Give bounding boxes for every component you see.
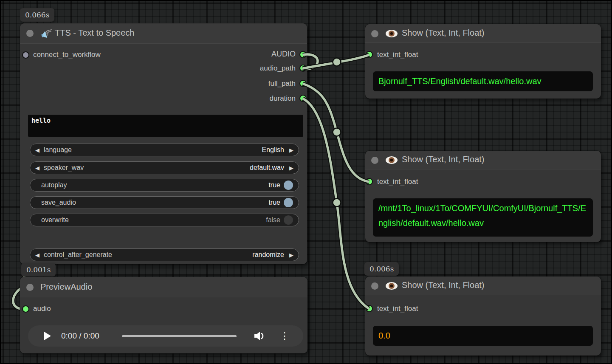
- input-port-audio[interactable]: [23, 306, 28, 312]
- widget-overwrite-toggle[interactable]: overwrite false: [30, 214, 299, 226]
- node-show-audio-path[interactable]: Show (Text, Int, Float) text_int_float B…: [365, 24, 601, 99]
- output-port-audio-path[interactable]: [300, 65, 306, 71]
- node-show-duration[interactable]: Show (Text, Int, Float) text_int_float 0…: [365, 277, 601, 356]
- execution-time-text: 0.006s: [369, 265, 394, 273]
- widget-label: autoplay: [41, 181, 67, 189]
- output-label-duration: duration: [270, 94, 296, 103]
- node-graph-canvas[interactable]: 0.066s TTS - Text to Speech connect_to_w…: [0, 0, 612, 364]
- node-title: TTS - Text to Speech: [55, 28, 135, 38]
- volume-icon[interactable]: [254, 331, 266, 341]
- collapse-dot[interactable]: [371, 30, 378, 37]
- value-display-full-path: /mnt/1To_linux/1To/COMFYUI/ComfyUI/Bjorn…: [373, 198, 593, 237]
- toggle-knob[interactable]: [284, 215, 293, 225]
- node-header-tts[interactable]: TTS - Text to Speech: [20, 23, 307, 44]
- output-port-full-path[interactable]: [300, 81, 306, 86]
- widget-label: overwrite: [41, 216, 69, 224]
- node-tts-text-to-speech[interactable]: TTS - Text to Speech connect_to_workflow…: [20, 23, 307, 264]
- collapse-dot[interactable]: [371, 157, 378, 164]
- input-label: text_int_float: [377, 178, 418, 186]
- widget-speaker-wav[interactable]: ◀ speaker_wav default.wav ▶: [30, 161, 299, 174]
- node-header-preview-audio[interactable]: PreviewAudio: [20, 277, 307, 297]
- output-label-audio-path: audio_path: [260, 64, 296, 73]
- widget-label: control_after_generate: [44, 251, 112, 259]
- player-time: 0:00 / 0:00: [61, 325, 99, 347]
- collapse-dot[interactable]: [371, 282, 378, 290]
- output-label-full-path: full_path: [268, 79, 296, 88]
- output-label-audio: AUDIO: [271, 50, 296, 59]
- combo-right-arrow-icon[interactable]: ▶: [289, 147, 293, 153]
- combo-left-arrow-icon[interactable]: ◀: [35, 165, 39, 171]
- node-title: PreviewAudio: [40, 282, 92, 292]
- execution-time-badge-show3: 0.006s: [364, 262, 399, 276]
- node-header-show1[interactable]: Show (Text, Int, Float): [365, 24, 601, 43]
- eye-icon: [385, 29, 398, 38]
- speaker-waves-icon: [40, 28, 52, 40]
- player-seek-bar[interactable]: [122, 335, 237, 337]
- text-prompt-input[interactable]: hello: [28, 115, 303, 137]
- node-title: Show (Text, Int, Float): [402, 155, 485, 164]
- widget-value: default.wav: [250, 164, 284, 172]
- input-label: text_int_float: [377, 305, 418, 313]
- toggle-knob[interactable]: [284, 181, 293, 190]
- node-show-full-path[interactable]: Show (Text, Int, Float) text_int_float /…: [365, 151, 601, 242]
- collapse-dot[interactable]: [26, 284, 34, 291]
- widget-value: true: [268, 181, 280, 189]
- widget-value: English: [262, 146, 284, 154]
- execution-time-text: 0.066s: [25, 11, 49, 19]
- toggle-knob[interactable]: [284, 198, 293, 207]
- audio-player[interactable]: 0:00 / 0:00 ⋮: [28, 325, 303, 347]
- input-port-text-int-float[interactable]: [367, 306, 372, 311]
- widget-value: false: [266, 216, 280, 224]
- execution-time-text: 0.001s: [26, 265, 51, 274]
- input-port-text-int-float[interactable]: [367, 52, 372, 57]
- collapse-dot[interactable]: [26, 30, 34, 37]
- node-title: Show (Text, Int, Float): [402, 28, 485, 38]
- input-label: connect_to_workflow: [33, 51, 101, 59]
- output-port-audio[interactable]: [300, 52, 306, 57]
- widget-value: randomize: [252, 251, 284, 259]
- play-icon[interactable]: [44, 332, 51, 340]
- player-menu-kebab-icon[interactable]: ⋮: [280, 325, 288, 347]
- node-header-show3[interactable]: Show (Text, Int, Float): [365, 277, 601, 295]
- widget-label: save_audio: [41, 199, 76, 206]
- input-port-text-int-float[interactable]: [367, 179, 372, 184]
- widget-language[interactable]: ◀ language English ▶: [30, 144, 299, 156]
- widget-label: language: [44, 146, 72, 154]
- input-port-connect-to-workflow[interactable]: [23, 52, 28, 58]
- node-preview-audio[interactable]: PreviewAudio audio 0:00 / 0:00 ⋮: [20, 277, 307, 353]
- node-title: Show (Text, Int, Float): [402, 280, 485, 290]
- eye-icon: [385, 281, 398, 291]
- combo-right-arrow-icon[interactable]: ▶: [289, 165, 293, 171]
- widget-label: speaker_wav: [44, 164, 84, 172]
- widget-save-audio-toggle[interactable]: save_audio true: [30, 196, 299, 209]
- eye-icon: [385, 155, 398, 165]
- output-port-duration[interactable]: [300, 96, 306, 101]
- combo-left-arrow-icon[interactable]: ◀: [35, 147, 39, 153]
- execution-time-badge-preview: 0.001s: [21, 263, 56, 277]
- value-display-duration: 0.0: [373, 326, 593, 346]
- widget-control-after-generate[interactable]: ◀ control_after_generate randomize ▶: [30, 248, 299, 261]
- combo-left-arrow-icon[interactable]: ◀: [35, 252, 39, 258]
- input-label: text_int_float: [377, 51, 418, 59]
- node-header-show2[interactable]: Show (Text, Int, Float): [365, 151, 601, 169]
- widget-value: true: [268, 199, 280, 206]
- execution-time-badge-tts: 0.066s: [20, 8, 54, 22]
- input-label: audio: [33, 305, 51, 313]
- value-display-audio-path: Bjornulf_TTS/English/default.wav/hello.w…: [373, 71, 593, 91]
- combo-right-arrow-icon[interactable]: ▶: [289, 252, 293, 258]
- widget-autoplay-toggle[interactable]: autoplay true: [30, 179, 299, 192]
